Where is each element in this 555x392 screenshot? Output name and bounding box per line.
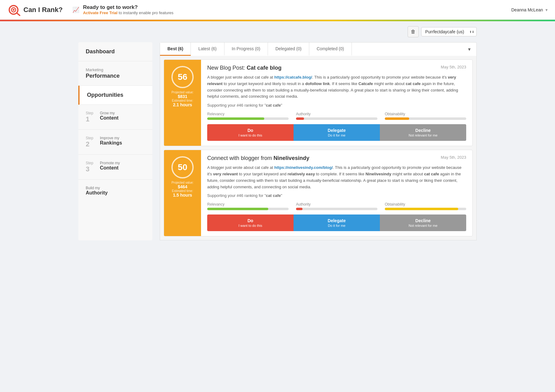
metric-obtainability-1: Obtainability	[385, 112, 466, 120]
performance-label: Performance	[86, 73, 145, 79]
delegate-sub-1: Do it for me	[328, 133, 346, 137]
logo-area: Can I Rank?	[7, 3, 63, 17]
card-link-2[interactable]: https://ninelivesindy.com/blog/	[274, 165, 333, 170]
tab-delegated-label: Delegated	[275, 46, 296, 51]
sidebar-item-opportunities[interactable]: Opportunities	[78, 86, 152, 105]
projected-label-2: Projected value:	[171, 181, 194, 184]
tab-best[interactable]: Best (6)	[160, 43, 191, 56]
decline-label-2: Decline	[415, 218, 431, 223]
tab-latest[interactable]: Latest (6)	[191, 43, 224, 56]
actions-row-1: Do I want to do this Delegate Do it for …	[207, 124, 466, 141]
relevancy-bar-bg-2	[207, 208, 289, 210]
projected-value-2: $464	[171, 184, 194, 189]
tab-completed-count: (0)	[339, 46, 344, 51]
step1-number-block: Step 1	[86, 111, 97, 123]
score-circle-2: 50	[171, 156, 194, 178]
metric-authority-1: Authority	[296, 112, 377, 120]
step2-number-block: Step 2	[86, 136, 97, 148]
estimated-label-1: Estimated time:	[171, 99, 194, 102]
delete-button[interactable]: 🗑	[408, 26, 419, 37]
step3-row: Step 3 Promote my Content	[86, 161, 145, 173]
delegate-button-2[interactable]: Delegate Do it for me	[294, 214, 380, 231]
card-content-1: New Blog Post: Cat cafe blog May 5th, 20…	[201, 60, 472, 146]
score-panel-1: 56 Projected value: $831 Estimated time:…	[164, 60, 201, 146]
layout-row: Dashboard Marketing Performance Opportun…	[71, 37, 484, 248]
do-button-2[interactable]: Do I want to do this	[207, 214, 294, 231]
score-circle-1: 56	[171, 66, 194, 88]
tab-best-label: Best	[167, 46, 178, 51]
authority-bar-fill-1	[296, 117, 304, 120]
tab-delegated-count: (0)	[296, 46, 302, 51]
tab-latest-count: (6)	[211, 46, 216, 51]
metric-authority-2: Authority	[296, 202, 377, 210]
obtainability-bar-bg-1	[385, 117, 466, 120]
step1-sub: Grow my	[100, 111, 118, 115]
delegate-label-1: Delegate	[328, 128, 346, 133]
score-panel-2: 50 Projected value: $464 Estimated time:…	[164, 150, 201, 236]
card-title-bold-1: Cat cafe blog	[247, 65, 282, 71]
header-center: 📈 Ready to get to work? Activate Free Tr…	[72, 4, 511, 15]
tab-inprogress-label: In Progress	[232, 46, 255, 51]
score-value-1: 56	[178, 72, 187, 82]
do-button-1[interactable]: Do I want to do this	[207, 124, 294, 141]
tab-inprogress-count: (0)	[255, 46, 260, 51]
dashboard-label: Dashboard	[86, 48, 145, 55]
tab-delegated[interactable]: Delegated (0)	[268, 43, 309, 56]
actions-row-2: Do I want to do this Delegate Do it for …	[207, 214, 466, 231]
inner-wrapper: 🗑 Purrfectdaycafe (us) Dashboard Marketi…	[71, 21, 484, 248]
user-name: Deanna McLean	[511, 7, 543, 12]
header-right: Deanna McLean ▾	[511, 7, 548, 12]
cta-suffix: to instantly enable pro features	[119, 10, 174, 15]
header: Can I Rank? 📈 Ready to get to work? Acti…	[0, 0, 555, 20]
user-menu-chevron[interactable]: ▾	[545, 7, 548, 12]
obtainability-label-1: Obtainability	[385, 112, 466, 116]
tab-filter[interactable]: ▼	[462, 43, 476, 55]
card-title-1: New Blog Post: Cat cafe blog	[207, 65, 282, 71]
delete-icon: 🗑	[411, 29, 416, 35]
step3-label: Step	[86, 161, 93, 165]
sidebar: Dashboard Marketing Performance Opportun…	[78, 42, 152, 240]
activate-trial-link[interactable]: Activate Free Trial	[83, 10, 117, 15]
step2-label: Step	[86, 136, 93, 140]
sidebar-item-dashboard[interactable]: Dashboard	[78, 42, 152, 61]
sidebar-item-authority[interactable]: Build my Authority	[78, 180, 152, 202]
step3-number-block: Step 3	[86, 161, 97, 173]
step1-row: Step 1 Grow my Content	[86, 111, 145, 123]
authority-bar-bg-2	[296, 208, 377, 210]
card-header-2: Connect with blogger from Ninelivesindy …	[207, 155, 466, 161]
sidebar-item-performance[interactable]: Marketing Performance	[78, 61, 152, 86]
decline-sub-1: Not relevant for me	[409, 133, 438, 137]
metric-relevancy-2: Relevancy	[207, 202, 289, 210]
trend-icon: 📈	[72, 6, 79, 13]
opportunities-label: Opportunities	[87, 92, 145, 98]
do-label-2: Do	[248, 218, 253, 223]
estimated-label-2: Estimated time:	[171, 189, 194, 193]
tabs-row: Best (6) Latest (6) In Progress (0) Dele…	[160, 42, 477, 56]
step1-label: Step	[86, 111, 93, 115]
card-header-1: New Blog Post: Cat cafe blog May 5th, 20…	[207, 65, 466, 71]
card-body-1: A blogger just wrote about cat cafe at h…	[207, 74, 466, 100]
step2-row: Step 2 Improve my Rankings	[86, 136, 145, 148]
decline-button-2[interactable]: Decline Not relevant for me	[380, 214, 466, 231]
obtainability-bar-fill-1	[385, 117, 409, 120]
tab-completed[interactable]: Completed (0)	[309, 43, 352, 56]
score-value-2: 50	[178, 162, 187, 172]
authority-title: Authority	[86, 190, 145, 196]
step3-num: 3	[86, 165, 89, 173]
sidebar-item-step3[interactable]: Step 3 Promote my Content	[78, 155, 152, 180]
step2-sub: Improve my	[100, 136, 122, 140]
content-area: Best (6) Latest (6) In Progress (0) Dele…	[152, 37, 477, 240]
page-wrapper: Can I Rank? 📈 Ready to get to work? Acti…	[0, 0, 555, 392]
obtainability-bar-bg-2	[385, 208, 466, 210]
do-sub-1: I want to do this	[238, 133, 262, 137]
decline-button-1[interactable]: Decline Not relevant for me	[380, 124, 466, 141]
delegate-button-1[interactable]: Delegate Do it for me	[294, 124, 380, 141]
sidebar-item-step2[interactable]: Step 2 Improve my Rankings	[78, 130, 152, 155]
score-info-2: Projected value: $464 Estimated time: 1.…	[171, 181, 194, 198]
card-link-1[interactable]: https://catcafe.blog/	[274, 75, 312, 80]
authority-label-1: Authority	[296, 112, 377, 116]
site-selector[interactable]: Purrfectdaycafe (us)	[421, 27, 477, 36]
score-info-1: Projected value: $831 Estimated time: 2.…	[171, 91, 194, 107]
sidebar-item-step1[interactable]: Step 1 Grow my Content	[78, 105, 152, 130]
tab-in-progress[interactable]: In Progress (0)	[224, 43, 268, 56]
